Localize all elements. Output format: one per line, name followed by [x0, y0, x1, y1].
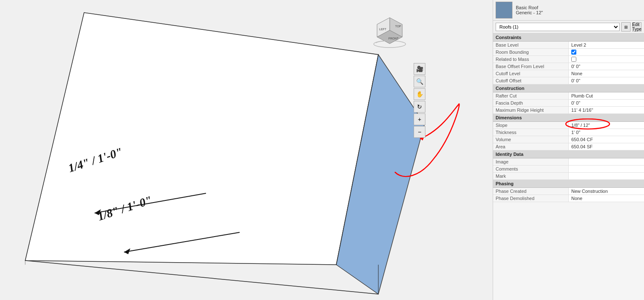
slope-label-eighth: 1/8" / 1'-0": [96, 193, 153, 224]
edit-type-icon[interactable]: ⊞: [621, 22, 631, 32]
prop-value-cutoff-level[interactable]: None: [569, 70, 644, 77]
prop-mark: Mark: [493, 173, 644, 180]
prop-label-fascia-depth: Fascia Depth: [493, 100, 569, 106]
prop-value-comments[interactable]: [569, 166, 644, 172]
prop-base-level: Base Level Level 2: [493, 42, 644, 49]
instance-selector: Roofs (1) ⊞ Edit Type: [493, 21, 644, 34]
prop-value-room-bounding[interactable]: [569, 49, 644, 55]
prop-phase-created: Phase Created New Construction: [493, 188, 644, 195]
prop-label-max-ridge-height: Maximum Ridge Height: [493, 107, 569, 113]
prop-label-slope: Slope: [493, 122, 569, 129]
properties-content: Constraints Base Level Level 2 Room Boun…: [493, 34, 644, 202]
type-name-line1: Basic Roof: [516, 5, 543, 10]
prop-value-area: 650.04 SF: [569, 143, 644, 150]
prop-related-to-mass: Related to Mass: [493, 56, 644, 63]
type-preview: Basic Roof Generic - 12": [493, 0, 644, 21]
prop-rafter-cut: Rafter Cut Plumb Cut: [493, 92, 644, 100]
prop-label-comments: Comments: [493, 166, 569, 172]
camera-btn[interactable]: 🎥: [414, 63, 425, 75]
zoom-btn[interactable]: 🔍: [414, 76, 425, 87]
instance-dropdown[interactable]: Roofs (1): [496, 23, 620, 31]
prop-cutoff-offset: Cutoff Offset 0' 0": [493, 77, 644, 84]
section-dimensions[interactable]: Dimensions: [493, 114, 644, 122]
prop-label-cutoff-level: Cutoff Level: [493, 70, 569, 77]
prop-label-base-offset: Base Offset From Level: [493, 63, 569, 70]
prop-value-fascia-depth[interactable]: 0' 0": [569, 100, 644, 106]
svg-text:LEFT: LEFT: [379, 28, 387, 31]
prop-value-base-level[interactable]: Level 2: [569, 42, 644, 48]
pan-btn[interactable]: ✋: [414, 88, 425, 100]
svg-marker-0: [25, 13, 378, 265]
prop-value-phase-created[interactable]: New Construction: [569, 188, 644, 195]
related-to-mass-checkbox[interactable]: [571, 57, 576, 62]
edit-type-label: Edit Type: [632, 22, 641, 32]
svg-line-7: [124, 232, 240, 252]
prop-room-bounding: Room Bounding: [493, 49, 644, 56]
prop-label-cutoff-offset: Cutoff Offset: [493, 77, 569, 84]
prop-comments: Comments: [493, 166, 644, 173]
svg-line-2: [25, 261, 378, 294]
section-identity-data[interactable]: Identity Data: [493, 150, 644, 158]
prop-thickness: Thickness 1' 0": [493, 129, 644, 136]
prop-value-related-to-mass[interactable]: [569, 56, 644, 63]
prop-area: Area 650.04 SF: [493, 143, 644, 150]
prop-value-phase-demolished[interactable]: None: [569, 195, 644, 202]
prop-label-related-to-mass: Related to Mass: [493, 56, 569, 63]
prop-label-volume: Volume: [493, 136, 569, 143]
svg-text:FRONT: FRONT: [388, 37, 399, 40]
prop-label-base-level: Base Level: [493, 42, 569, 48]
type-name-line2: Generic - 12": [516, 10, 543, 15]
prop-label-image: Image: [493, 158, 569, 165]
svg-marker-8: [124, 248, 130, 254]
prop-value-base-offset[interactable]: 0' 0": [569, 63, 644, 70]
prop-label-phase-demolished: Phase Demolished: [493, 195, 569, 202]
prop-volume: Volume 650.04 CF: [493, 136, 644, 143]
prop-base-offset: Base Offset From Level 0' 0": [493, 63, 644, 70]
drawing-area: [0, 0, 493, 300]
zoom-out-btn[interactable]: −: [414, 126, 425, 138]
prop-value-slope[interactable]: 1/8" / 12": [569, 122, 644, 129]
prop-value-rafter-cut[interactable]: Plumb Cut: [569, 92, 644, 99]
prop-value-volume: 650.04 CF: [569, 136, 644, 143]
prop-label-phase-created: Phase Created: [493, 188, 569, 195]
zoom-in-btn[interactable]: +: [414, 113, 425, 125]
prop-value-max-ridge-height[interactable]: 11' 4 1/16": [569, 107, 644, 113]
section-constraints[interactable]: Constraints: [493, 34, 644, 42]
prop-label-area: Area: [493, 143, 569, 150]
svg-text:TOP: TOP: [395, 25, 401, 28]
slope-value-text: 1/8" / 12": [571, 123, 590, 128]
prop-label-rafter-cut: Rafter Cut: [493, 92, 569, 99]
prop-image: Image: [493, 158, 644, 166]
orbit-btn[interactable]: ↻: [414, 101, 425, 113]
nav-cube-svg: TOP LEFT FRONT: [371, 13, 409, 50]
prop-slope: Slope 1/8" / 12": [493, 122, 644, 129]
prop-max-ridge-height: Maximum Ridge Height 11' 4 1/16": [493, 107, 644, 114]
prop-label-mark: Mark: [493, 173, 569, 179]
prop-cutoff-level: Cutoff Level None: [493, 70, 644, 77]
viewport[interactable]: 1/4" / 1'-0" 1/8" / 1'-0" TOP LEFT FRONT…: [0, 0, 493, 300]
section-construction[interactable]: Construction: [493, 84, 644, 92]
section-phasing[interactable]: Phasing: [493, 180, 644, 188]
svg-marker-1: [336, 55, 425, 294]
slope-label-quarter: 1/4" / 1'-0": [66, 145, 124, 175]
nav-cube[interactable]: TOP LEFT FRONT: [371, 13, 409, 50]
prop-value-image[interactable]: [569, 158, 644, 165]
prop-label-thickness: Thickness: [493, 129, 569, 136]
prop-label-room-bounding: Room Bounding: [493, 49, 569, 55]
prop-phase-demolished: Phase Demolished None: [493, 195, 644, 202]
prop-value-thickness[interactable]: 1' 0": [569, 129, 644, 136]
room-bounding-checkbox[interactable]: [571, 50, 576, 55]
prop-fascia-depth: Fascia Depth 0' 0": [493, 100, 644, 107]
prop-value-mark[interactable]: [569, 173, 644, 179]
properties-panel: Basic Roof Generic - 12" Roofs (1) ⊞ Edi…: [493, 0, 644, 300]
prop-value-cutoff-offset[interactable]: 0' 0": [569, 77, 644, 84]
viewport-toolbar: 🎥 🔍 ✋ ↻ + −: [414, 63, 425, 138]
edit-type-btn[interactable]: Edit Type: [632, 22, 641, 32]
type-thumbnail: [496, 2, 512, 18]
